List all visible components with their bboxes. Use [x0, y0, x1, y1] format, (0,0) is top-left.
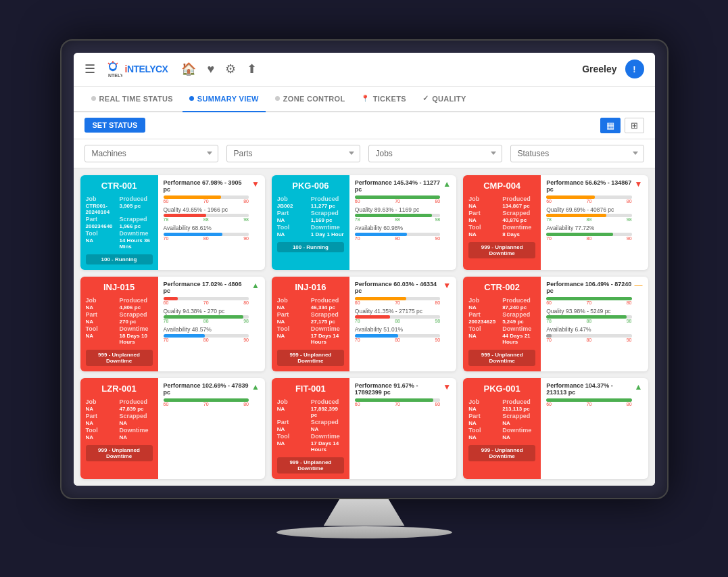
trend-icon: ▲ [251, 382, 260, 392]
availability-text: Availability 6.47% [546, 326, 631, 333]
nav-tickets[interactable]: 📍 TICKETS [354, 87, 412, 112]
gear-icon[interactable]: ⚙ [225, 62, 236, 76]
performance-text: Performance 104.37% - 213113 pc [546, 382, 631, 396]
performance-bar-row: 607080 [164, 398, 249, 407]
status-badge: 999 - Unplanned Downtime [86, 350, 153, 366]
status-badge: 999 - Unplanned Downtime [468, 350, 535, 366]
status-badge: 999 - Unplanned Downtime [468, 445, 535, 461]
trend-icon: ▼ [443, 382, 451, 392]
home-icon[interactable]: 🏠 [181, 62, 196, 76]
status-badge: 100 - Running [86, 254, 153, 264]
card-left-cmp-004: CMP-004 Job Produced NA 134,867 pc Part … [463, 175, 541, 270]
machine-card-lzr-001[interactable]: LZR-001 Job Produced NA 47,839 pc Part S… [80, 378, 265, 479]
svg-line-2 [108, 63, 110, 65]
card-metrics: Performance 56.62% - 134867 pc 607080 Qu… [541, 175, 648, 270]
performance-bar-row: 607080 [355, 195, 440, 204]
machine-card-inj-016[interactable]: INJ-016 Job Produced NA 46,334 pc Part S… [272, 277, 456, 371]
jobs-filter[interactable]: Jobs [368, 145, 502, 162]
quality-text: Quality 94.38% - 270 pc [164, 308, 249, 315]
topbar-right: Greeley ! [582, 60, 644, 78]
trend-icon: ▼ [251, 179, 260, 189]
card-metrics: Performance 145.34% - 11277 pc 607080 Qu… [349, 175, 456, 270]
performance-bar-row: 607080 [164, 195, 249, 204]
set-status-button[interactable]: SET STATUS [84, 118, 146, 133]
card-metrics: Performance 91.67% - 17892399 pc 607080 … [349, 378, 456, 479]
card-metrics: Performance 104.37% - 213113 pc 607080 ▲ [541, 378, 648, 479]
card-metrics: Performance 67.98% - 3905 pc 607080 Qual… [158, 175, 265, 270]
status-badge: 999 - Unplanned Downtime [468, 242, 535, 258]
view-toggle: ▦ ⊞ [600, 118, 644, 133]
availability-bar-row: 708090 [546, 334, 631, 342]
hamburger-icon[interactable]: ☰ [84, 62, 95, 76]
card-left-pkg-001: PKG-001 Job Produced NA 213,113 pc Part … [463, 378, 541, 479]
grid-view-button[interactable]: ⊞ [625, 118, 644, 133]
quality-bar-row: 788898 [355, 315, 440, 323]
machine-id: CMP-004 [468, 181, 535, 191]
performance-text: Performance 60.03% - 46334 pc [355, 281, 440, 294]
status-badge: 100 - Running [277, 242, 344, 252]
screen: ☰ NTELYCX iNTELYCX 🏠 [74, 53, 655, 486]
user-badge[interactable]: ! [625, 60, 644, 78]
card-metrics: Performance 60.03% - 46334 pc 607080 Qua… [349, 277, 456, 371]
machine-card-pkg-001[interactable]: PKG-001 Job Produced NA 213,113 pc Part … [463, 378, 648, 479]
machine-card-ctr-002[interactable]: CTR-002 Job Produced NA 87,240 pc Part S… [463, 277, 648, 371]
trend-icon: ▼ [443, 281, 451, 290]
card-left-lzr-001: LZR-001 Job Produced NA 47,839 pc Part S… [80, 378, 158, 479]
list-view-button[interactable]: ▦ [600, 118, 621, 133]
card-details: Job Produced CTR001-20240104 3,905 pc Pa… [86, 195, 153, 250]
parts-filter[interactable]: Parts [226, 145, 360, 162]
card-details: Job Produced NA 4,806 pc Part Scrapped N… [86, 297, 153, 345]
trend-icon: ▲ [251, 281, 260, 290]
quality-bar-row: 788898 [546, 214, 631, 222]
machine-id: PKG-006 [277, 181, 344, 191]
performance-text: Performance 106.49% - 87240 pc [546, 281, 631, 294]
machine-card-inj-015[interactable]: INJ-015 Job Produced NA 4,806 pc Part Sc… [80, 277, 265, 371]
heart-icon[interactable]: ♥ [207, 62, 214, 76]
card-details: Job Produced NA 46,334 pc Part Scrapped … [277, 297, 344, 345]
topbar: ☰ NTELYCX iNTELYCX 🏠 [74, 53, 655, 87]
card-left-pkg-006: PKG-006 Job Produced JB002 11,277 pc Par… [272, 175, 349, 270]
performance-text: Performance 91.67% - 17892399 pc [355, 382, 440, 396]
statuses-filter[interactable]: Statuses [510, 145, 644, 162]
logo-icon: NTELYCX [103, 60, 122, 78]
machine-card-pkg-006[interactable]: PKG-006 Job Produced JB002 11,277 pc Par… [272, 175, 456, 270]
performance-bar-row: 607080 [355, 297, 440, 305]
upload-icon[interactable]: ⬆ [247, 62, 257, 76]
availability-bar-row: 708090 [355, 334, 440, 342]
nav-quality[interactable]: ✓ QUALITY [416, 87, 473, 112]
trend-icon: ▼ [635, 179, 643, 189]
machine-card-cmp-004[interactable]: CMP-004 Job Produced NA 134,867 pc Part … [463, 175, 648, 270]
performance-bar-row: 607080 [546, 297, 631, 305]
status-badge: 999 - Unplanned Downtime [277, 457, 344, 474]
nav-zone-control[interactable]: ZONE CONTROL [268, 87, 352, 112]
machine-card-ctr-001[interactable]: CTR-001 Job Produced CTR001-20240104 3,9… [80, 175, 265, 270]
stand-neck [324, 499, 405, 526]
card-details: Job Produced NA 47,839 pc Part Scrapped … [86, 398, 153, 440]
availability-bar-row: 708090 [355, 233, 440, 241]
quality-bar-row: 788898 [164, 214, 249, 222]
nav-dot-active [189, 96, 194, 101]
toolbar: SET STATUS ▦ ⊞ [74, 112, 655, 139]
machine-id: LZR-001 [86, 384, 153, 394]
quality-text: Quality 69.69% - 40876 pc [546, 206, 631, 213]
monitor-outer: ☰ NTELYCX iNTELYCX 🏠 [60, 39, 669, 538]
machine-id: CTR-001 [86, 181, 153, 191]
nav-summary-view[interactable]: SUMMARY VIEW [183, 87, 266, 112]
availability-text: Availability 51.01% [355, 326, 440, 333]
performance-text: Performance 17.02% - 4806 pc [164, 281, 249, 294]
availability-bar-row: 708090 [164, 334, 249, 342]
nav-real-time-status[interactable]: REAL TIME STATUS [84, 87, 180, 112]
card-left-inj-016: INJ-016 Job Produced NA 46,334 pc Part S… [272, 277, 349, 371]
card-left-inj-015: INJ-015 Job Produced NA 4,806 pc Part Sc… [80, 277, 158, 371]
trend-icon: — [635, 281, 643, 290]
machines-filter[interactable]: Machines [84, 145, 218, 162]
quality-text: Quality 93.98% - 5249 pc [546, 308, 631, 315]
status-badge: 999 - Unplanned Downtime [86, 445, 153, 461]
performance-bar-row: 607080 [546, 195, 631, 204]
card-details: Job Produced NA 134,867 pc Part Scrapped… [468, 195, 535, 237]
machine-card-fit-001[interactable]: FIT-001 Job Produced NA 17,892,399 pc Pa… [272, 378, 456, 479]
card-details: Job Produced NA 213,113 pc Part Scrapped… [468, 398, 535, 440]
machine-grid: CTR-001 Job Produced CTR001-20240104 3,9… [74, 168, 655, 486]
performance-text: Performance 145.34% - 11277 pc [355, 179, 440, 193]
topbar-nav: 🏠 ♥ ⚙ ⬆ [181, 62, 582, 76]
